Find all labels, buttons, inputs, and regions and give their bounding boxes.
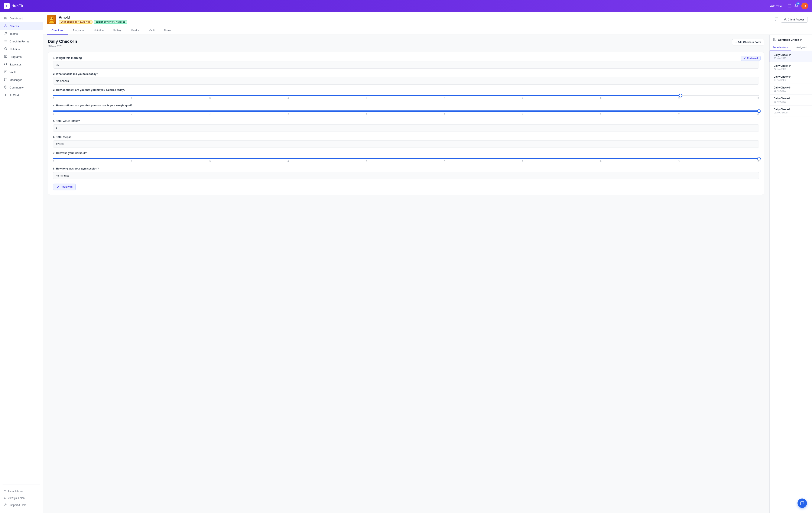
answer-6: 12000 bbox=[53, 140, 759, 148]
question-7: 7. How was your workout? 12 bbox=[53, 151, 759, 163]
submission-item-4[interactable]: Daily Check-In 06 Nov 2023 bbox=[770, 95, 812, 106]
vault-icon bbox=[4, 70, 7, 74]
sidebar-item-vault[interactable]: Vault bbox=[0, 68, 42, 76]
view-plan-label: View your plan bbox=[8, 496, 25, 500]
svg-rect-19 bbox=[4, 71, 7, 73]
sidebar-item-nutrition[interactable]: Nutrition bbox=[0, 45, 42, 53]
svg-point-9 bbox=[5, 32, 6, 33]
compare-icon bbox=[773, 38, 776, 42]
calendar-icon[interactable] bbox=[788, 4, 791, 8]
launch-tasks-icon: ⬡ bbox=[4, 490, 6, 493]
submission-item-5[interactable]: Daily Check-In Daily Check-In bbox=[770, 106, 812, 116]
question-2: 2. What snacks did you take today? No sn… bbox=[53, 73, 759, 85]
launch-tasks-item[interactable]: ⬡ Launch tasks bbox=[0, 488, 42, 495]
submission-item-3[interactable]: Daily Check-In 11 Nov 2023 bbox=[770, 84, 812, 95]
tab-gallery[interactable]: Gallery bbox=[108, 27, 126, 34]
checkin-header-row: Daily Check-In 30 Nov 2023 + Add Check-I… bbox=[48, 39, 764, 51]
checkin-title-area: Daily Check-In 30 Nov 2023 bbox=[48, 39, 77, 51]
topbar-right: Add Task + 98 U bbox=[770, 3, 808, 9]
client-actions: Client Access bbox=[775, 17, 808, 23]
compare-header: Compare Check-In bbox=[770, 35, 812, 44]
tab-notes[interactable]: Notes bbox=[160, 27, 176, 34]
tab-programs[interactable]: Programs bbox=[68, 27, 89, 34]
sub-date-5: Daily Check-In bbox=[774, 111, 809, 114]
slider-7-fill bbox=[53, 158, 759, 159]
add-task-button[interactable]: Add Task + bbox=[770, 4, 785, 8]
slider-3-thumb[interactable] bbox=[679, 94, 682, 97]
client-access-button[interactable]: Client Access bbox=[781, 17, 808, 23]
client-avatar bbox=[47, 15, 56, 24]
user-avatar[interactable]: U bbox=[801, 3, 808, 9]
checkin-forms-icon bbox=[4, 39, 7, 43]
svg-point-29 bbox=[52, 18, 53, 19]
question-7-label: 7. How was your workout? bbox=[53, 151, 759, 154]
add-checkin-button[interactable]: + Add Check-In Form bbox=[732, 39, 764, 46]
svg-point-10 bbox=[6, 32, 7, 33]
main-layout: Dashboard Clients Teams Check-In Forms bbox=[0, 12, 812, 513]
slider-3-marks: 12345678910 bbox=[53, 97, 759, 99]
right-panel: Compare Check-In Submissions Assigned Da… bbox=[770, 35, 812, 513]
topbar: F HubFit Add Task + 98 U bbox=[0, 0, 812, 12]
svg-rect-4 bbox=[4, 17, 5, 18]
slider-4-thumb[interactable] bbox=[757, 109, 761, 113]
tab-submissions[interactable]: Submissions bbox=[770, 44, 791, 51]
submissions-tabs: Submissions Assigned bbox=[770, 44, 812, 51]
client-name: Arnold bbox=[59, 16, 127, 20]
sidebar-label-nutrition: Nutrition bbox=[9, 48, 20, 51]
sidebar-item-exercises[interactable]: Exercises bbox=[0, 61, 42, 68]
sidebar-item-ai-chat[interactable]: ✦ AI Chat bbox=[0, 91, 42, 99]
svg-rect-7 bbox=[6, 18, 7, 19]
sidebar-label-dashboard: Dashboard bbox=[9, 17, 23, 20]
exercises-icon bbox=[4, 62, 7, 66]
tab-nutrition[interactable]: Nutrition bbox=[89, 27, 109, 34]
submission-item-1[interactable]: Daily Check-In 27 Nov 2023 bbox=[770, 62, 812, 73]
sidebar: Dashboard Clients Teams Check-In Forms bbox=[0, 12, 42, 513]
sidebar-item-teams[interactable]: Teams bbox=[0, 30, 42, 37]
sub-title-3: Daily Check-In bbox=[774, 86, 809, 89]
client-access-label: Client Access bbox=[788, 18, 805, 21]
reviewed-label-top: Reviewed bbox=[747, 57, 758, 59]
tab-metrics[interactable]: Metrics bbox=[126, 27, 144, 34]
sidebar-item-community[interactable]: Community bbox=[0, 84, 42, 91]
support-label: Support & Help bbox=[9, 504, 26, 507]
sidebar-item-clients[interactable]: Clients bbox=[0, 22, 42, 30]
answer-1: 65 bbox=[53, 61, 759, 69]
tab-vault[interactable]: Vault bbox=[144, 27, 160, 34]
tab-checkins[interactable]: CheckIns bbox=[47, 27, 68, 34]
chat-fab-button[interactable] bbox=[798, 498, 807, 508]
client-avatar-image bbox=[47, 15, 56, 24]
question-8: 8. How long was your gym session? 45 min… bbox=[53, 167, 759, 179]
submission-item-2[interactable]: Daily Check-In 13 Nov 2023 bbox=[770, 73, 812, 84]
sidebar-label-programs: Programs bbox=[9, 55, 22, 58]
chat-icon[interactable] bbox=[775, 17, 779, 22]
question-1: 1. Weight this morning 65 bbox=[53, 57, 759, 69]
view-plan-item[interactable]: ◈ View your plan bbox=[0, 495, 42, 502]
support-icon bbox=[4, 504, 7, 507]
submission-item-0[interactable]: Daily Check-In 30 Nov 2023 bbox=[770, 51, 812, 62]
slider-4-fill bbox=[53, 110, 759, 112]
sidebar-label-ai-chat: AI Chat bbox=[9, 94, 19, 97]
support-item[interactable]: Support & Help bbox=[0, 502, 42, 509]
svg-rect-0 bbox=[788, 4, 791, 7]
notifications-icon[interactable]: 98 bbox=[794, 4, 799, 8]
slider-4: 12345678910 bbox=[53, 109, 759, 116]
tab-assigned[interactable]: Assigned bbox=[791, 44, 812, 51]
compare-label: Compare Check-In bbox=[778, 38, 803, 41]
slider-7-thumb[interactable] bbox=[757, 157, 761, 160]
sidebar-item-dashboard[interactable]: Dashboard bbox=[0, 15, 42, 22]
slider-3-fill bbox=[53, 95, 680, 96]
sidebar-item-programs[interactable]: Programs bbox=[0, 53, 42, 61]
launch-tasks-label: Launch tasks bbox=[8, 490, 23, 493]
svg-rect-5 bbox=[6, 17, 7, 18]
answer-5: 4 bbox=[53, 124, 759, 132]
sidebar-item-checkin-forms[interactable]: Check-In Forms bbox=[0, 37, 42, 45]
slider-7-marks: 12345678910 bbox=[53, 160, 759, 163]
client-header: Arnold LAST CHECK-IN: 4 DAYS AGO CLIENT … bbox=[42, 12, 812, 35]
sidebar-label-messages: Messages bbox=[9, 78, 22, 81]
question-5-label: 5. Total water intake? bbox=[53, 120, 759, 122]
app-name: HubFit bbox=[11, 4, 23, 8]
sub-date-2: 13 Nov 2023 bbox=[774, 79, 809, 81]
question-6: 6. Total steps? 12000 bbox=[53, 136, 759, 148]
sidebar-item-messages[interactable]: Messages bbox=[0, 76, 42, 84]
sidebar-bottom: ⬡ Launch tasks ◈ View your plan Support … bbox=[0, 486, 42, 510]
